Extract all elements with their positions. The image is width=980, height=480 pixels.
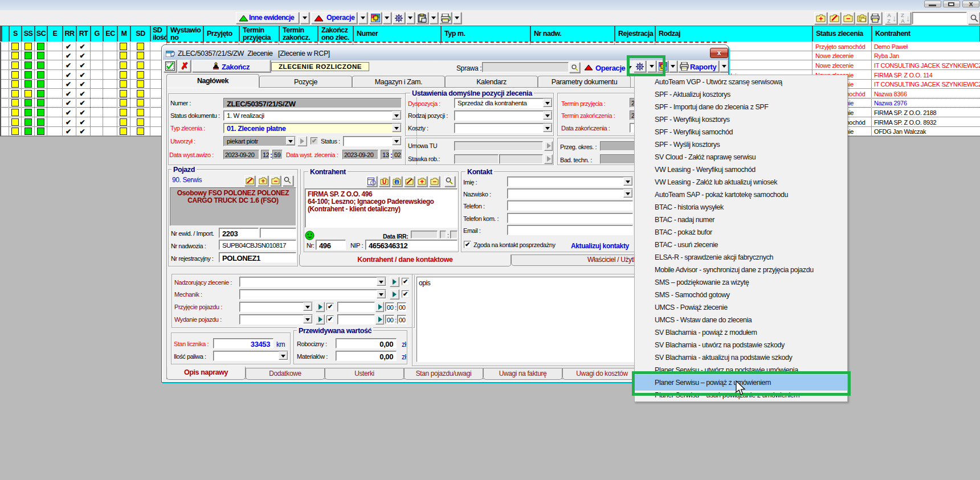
svg-text:−: − [273,177,277,184]
svg-text:+: + [261,177,265,184]
svg-text:$: $ [372,180,375,186]
svg-text:+: + [819,14,823,22]
svg-text:−: − [846,14,851,22]
svg-text:−: − [432,178,436,185]
svg-text:+: + [420,178,424,185]
svg-text:U: U [382,179,386,185]
